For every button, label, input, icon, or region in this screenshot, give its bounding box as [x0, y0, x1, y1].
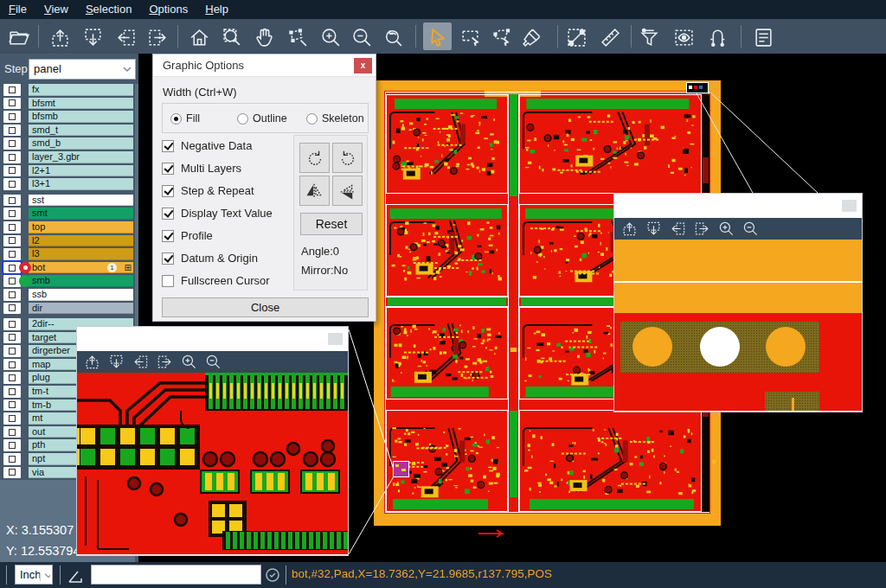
layer-name-smt[interactable]: smt: [29, 208, 133, 220]
zoom-out-icon[interactable]: [203, 354, 222, 371]
ruler-icon[interactable]: [598, 25, 622, 49]
layer-visibility-checkbox[interactable]: [3, 165, 21, 177]
pan-hand-icon[interactable]: [253, 25, 277, 49]
layer-name-smd_b[interactable]: smd_b: [29, 137, 133, 150]
rotate-ccw-button[interactable]: [332, 143, 363, 173]
filter-icon[interactable]: [637, 25, 661, 49]
refresh-icon[interactable]: [265, 567, 280, 583]
layer-visibility-checkbox[interactable]: [3, 262, 21, 274]
view-options-icon[interactable]: [671, 25, 696, 49]
close-icon[interactable]: x: [354, 58, 372, 74]
window-button[interactable]: [842, 200, 857, 212]
grid-icon[interactable]: ⊞: [125, 262, 132, 273]
layer-name-smd_t[interactable]: smd_t: [29, 125, 133, 137]
layer-visibility-checkbox[interactable]: [3, 345, 21, 357]
checkbox-multi-layers[interactable]: Multi Layers: [162, 162, 241, 175]
layer-visibility-checkbox[interactable]: [3, 359, 21, 371]
reset-button[interactable]: Reset: [300, 213, 363, 235]
layer-visibility-checkbox[interactable]: [3, 221, 21, 233]
send-left-icon[interactable]: [113, 25, 138, 49]
checkbox-step-repeat[interactable]: Step & Repeat: [162, 184, 254, 197]
radio-fill[interactable]: Fill: [170, 112, 200, 125]
layer-visibility-checkbox[interactable]: [3, 386, 21, 398]
send-down-icon[interactable]: [644, 220, 663, 238]
send-left-icon[interactable]: [668, 220, 687, 238]
zoom-window-top-right[interactable]: [613, 193, 863, 412]
send-up-icon[interactable]: [82, 354, 101, 371]
home-icon[interactable]: [187, 25, 211, 49]
send-right-icon[interactable]: [145, 25, 170, 49]
layer-name-l2[interactable]: l2: [29, 235, 133, 247]
menu-options[interactable]: Options: [140, 0, 196, 19]
layer-visibility-checkbox[interactable]: [3, 332, 21, 344]
radio-outline[interactable]: Outline: [237, 112, 287, 125]
zoom-window-title-bar[interactable]: [614, 194, 862, 218]
layer-name-layer_3.gbr[interactable]: layer_3.gbr: [29, 151, 133, 163]
layer-visibility-checkbox[interactable]: [3, 412, 21, 425]
open-folder-icon[interactable]: [7, 25, 31, 49]
menu-file[interactable]: File: [0, 0, 35, 19]
layer-visibility-checkbox[interactable]: [3, 303, 21, 315]
checkbox-fullscreen-cursor[interactable]: Fullscreen Cursor: [162, 274, 270, 287]
zoom-in-icon[interactable]: [716, 220, 735, 238]
zoom-previous-icon[interactable]: [381, 25, 405, 49]
zoom-window-bottom-left[interactable]: [76, 326, 349, 556]
layer-name-top[interactable]: top: [29, 221, 133, 233]
select-cursor-icon[interactable]: [426, 25, 450, 49]
layer-visibility-checkbox[interactable]: [3, 467, 21, 479]
layer-visibility-checkbox[interactable]: [3, 248, 21, 260]
layer-name-l2+1[interactable]: l2+1: [29, 165, 133, 177]
send-down-icon[interactable]: [80, 25, 105, 49]
layer-name-sst[interactable]: sst: [29, 195, 133, 207]
checkbox-display-text-value[interactable]: Display Text Value: [162, 207, 273, 220]
layer-visibility-checkbox[interactable]: [3, 439, 21, 451]
angle-measure-icon[interactable]: [67, 568, 85, 584]
window-button[interactable]: [328, 333, 343, 345]
layer-visibility-checkbox[interactable]: [3, 208, 21, 220]
layer-visibility-checkbox[interactable]: [3, 178, 21, 190]
send-right-icon[interactable]: [155, 354, 174, 371]
zoom-window-title-bar[interactable]: [77, 327, 348, 351]
layer-name-bfsmt[interactable]: bfsmt: [29, 98, 133, 110]
layer-visibility-checkbox[interactable]: [3, 318, 21, 330]
menu-view[interactable]: View: [35, 0, 77, 19]
zoom-out-icon[interactable]: [741, 220, 760, 238]
command-input[interactable]: [91, 565, 261, 585]
zoom-in-icon[interactable]: [179, 354, 198, 371]
mirror-horizontal-button[interactable]: [299, 176, 330, 206]
layer-visibility-checkbox[interactable]: [3, 289, 21, 301]
dialog-title-bar[interactable]: Graphic Options x: [153, 54, 376, 77]
checkbox-profile[interactable]: Profile: [162, 229, 213, 242]
send-right-icon[interactable]: [692, 220, 711, 238]
close-button[interactable]: Close: [162, 297, 369, 317]
layer-name-bfsmb[interactable]: bfsmb: [29, 111, 133, 123]
measure-distance-icon[interactable]: [564, 25, 588, 49]
zoom-out-icon[interactable]: [350, 25, 374, 49]
checkbox-negative-data[interactable]: Negative Data: [162, 139, 252, 152]
layer-name-l3[interactable]: l3: [29, 248, 133, 260]
layer-visibility-checkbox[interactable]: [3, 84, 21, 96]
checkbox-datum-origin[interactable]: Datum & Origin: [162, 252, 258, 265]
layer-visibility-checkbox[interactable]: [3, 426, 21, 438]
layer-name-bot[interactable]: bot: [29, 262, 133, 274]
unit-dropdown[interactable]: Inch: [15, 565, 53, 585]
layer-visibility-checkbox[interactable]: [3, 235, 21, 247]
radio-skeleton[interactable]: Skeleton: [306, 112, 364, 125]
send-up-icon[interactable]: [620, 220, 639, 238]
select-group-icon[interactable]: [489, 25, 513, 49]
zoom-polygon-icon[interactable]: [286, 25, 310, 49]
layer-visibility-checkbox[interactable]: [3, 151, 21, 163]
layer-visibility-checkbox[interactable]: [3, 399, 21, 412]
pcb-zoom-detail-view[interactable]: [77, 373, 348, 554]
zoom-in-icon[interactable]: [318, 25, 343, 49]
layer-name-smb[interactable]: smb: [29, 275, 133, 287]
send-up-icon[interactable]: [48, 25, 72, 49]
snap-icon[interactable]: [705, 25, 729, 49]
layer-name-ssb[interactable]: ssb: [29, 289, 133, 301]
send-down-icon[interactable]: [106, 354, 125, 371]
menu-help[interactable]: Help: [196, 0, 237, 19]
layer-name-fx[interactable]: fx: [29, 84, 133, 96]
select-window-icon[interactable]: [458, 25, 482, 49]
layer-visibility-checkbox[interactable]: [3, 453, 21, 465]
layer-visibility-checkbox[interactable]: [3, 98, 21, 110]
